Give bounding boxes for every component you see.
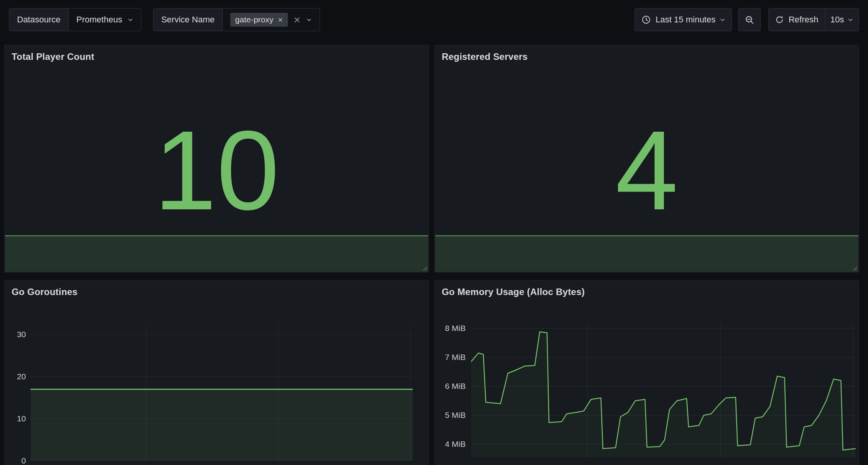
time-range-label: Last 15 minutes bbox=[655, 15, 715, 25]
panel-title[interactable]: Go Goroutines bbox=[5, 280, 429, 304]
y-axis: 0102030 bbox=[5, 280, 26, 465]
refresh-icon bbox=[775, 15, 784, 24]
panel-resize-handle[interactable] bbox=[851, 265, 857, 271]
service-name-tag[interactable]: gate-proxy bbox=[230, 13, 288, 27]
chevron-down-icon bbox=[848, 17, 853, 23]
clock-icon bbox=[641, 15, 651, 25]
y-axis-tick-label: 7 MiB bbox=[445, 353, 466, 362]
refresh-interval-dropdown[interactable]: 10s bbox=[825, 8, 859, 31]
time-range-picker[interactable]: Last 15 minutes bbox=[635, 8, 732, 31]
memory-chart-plot[interactable] bbox=[471, 324, 856, 457]
panel-registered-servers: Registered Servers 4 bbox=[434, 45, 859, 273]
service-name-tag-text: gate-proxy bbox=[235, 15, 273, 24]
panel-title[interactable]: Total Player Count bbox=[5, 45, 429, 68]
stat-sparkline bbox=[435, 235, 858, 272]
refresh-interval-value: 10s bbox=[831, 15, 844, 25]
chevron-down-icon bbox=[720, 17, 725, 23]
y-axis-tick-label: 0 bbox=[21, 456, 26, 465]
y-axis: 4 MiB5 MiB6 MiB7 MiB8 MiB bbox=[435, 280, 466, 465]
y-axis-tick-label: 8 MiB bbox=[445, 324, 466, 333]
y-axis-tick-label: 4 MiB bbox=[445, 440, 466, 449]
panel-go-goroutines: Go Goroutines 0102030 bbox=[4, 280, 429, 465]
toolbar-actions: Last 15 minutes Refresh 10s bbox=[635, 8, 859, 31]
y-axis-tick-label: 10 bbox=[17, 414, 26, 423]
refresh-button[interactable]: Refresh bbox=[769, 8, 824, 31]
refresh-label: Refresh bbox=[788, 15, 818, 25]
datasource-label: Datasource bbox=[9, 8, 69, 31]
chevron-down-icon bbox=[128, 17, 133, 23]
datasource-value: Prometheus bbox=[77, 15, 123, 25]
panel-title[interactable]: Go Memory Usage (Alloc Bytes) bbox=[435, 280, 859, 304]
chevron-down-icon bbox=[306, 17, 312, 23]
y-axis-tick-label: 20 bbox=[17, 372, 26, 381]
datasource-picker[interactable]: Prometheus bbox=[68, 8, 142, 31]
stat-value: 10 bbox=[5, 107, 429, 234]
panel-title[interactable]: Registered Servers bbox=[435, 45, 859, 68]
template-variables: Datasource Prometheus Service Name gate-… bbox=[9, 8, 320, 31]
service-name-variable: Service Name gate-proxy bbox=[153, 8, 320, 31]
panel-go-memory-usage: Go Memory Usage (Alloc Bytes) 4 MiB5 MiB… bbox=[434, 280, 859, 465]
stat-sparkline bbox=[5, 235, 428, 272]
y-axis-tick-label: 6 MiB bbox=[445, 382, 466, 391]
y-axis-tick-label: 30 bbox=[17, 330, 26, 339]
service-name-label: Service Name bbox=[153, 8, 223, 31]
stat-value: 4 bbox=[435, 107, 859, 234]
service-name-picker[interactable]: gate-proxy bbox=[222, 8, 320, 31]
refresh-controls: Refresh 10s bbox=[768, 8, 859, 31]
dashboard-toolbar: Datasource Prometheus Service Name gate-… bbox=[0, 0, 868, 31]
remove-tag-icon[interactable] bbox=[277, 17, 283, 23]
zoom-out-button[interactable] bbox=[738, 8, 761, 31]
y-axis-tick-label: 5 MiB bbox=[445, 411, 466, 420]
panel-resize-handle[interactable] bbox=[421, 265, 427, 271]
zoom-out-icon bbox=[744, 15, 755, 25]
clear-selection-icon[interactable] bbox=[293, 16, 301, 24]
time-controls: Last 15 minutes bbox=[635, 8, 761, 31]
panel-total-player-count: Total Player Count 10 bbox=[4, 45, 429, 273]
datasource-variable: Datasource Prometheus bbox=[9, 8, 141, 31]
goroutines-chart-plot[interactable] bbox=[31, 324, 413, 461]
